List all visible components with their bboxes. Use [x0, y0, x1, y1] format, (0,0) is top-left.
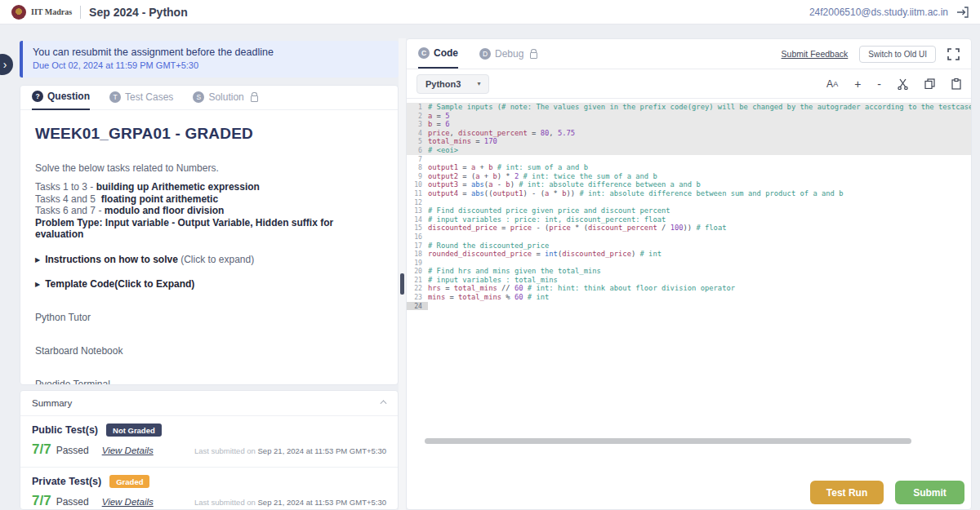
token: # int: twice the sum of a and b	[523, 172, 657, 180]
font-size-icon[interactable]: AA	[826, 78, 838, 90]
tab-solution[interactable]: SSolution	[193, 91, 257, 109]
line-text: discounted_price = price - (price * (dis…	[428, 224, 971, 233]
line-text: rounded_discounted_price = int(discounte…	[428, 250, 971, 259]
line-text	[428, 302, 971, 311]
token: output1	[428, 163, 458, 171]
tab-label: Debug	[495, 48, 523, 60]
score-value: 7/7	[32, 441, 51, 458]
expander-title: Instructions on how to solve	[45, 254, 178, 265]
task-bold: modulo and floor division	[105, 205, 225, 216]
code-editor[interactable]: 1# Sample inputs (# note: The values giv…	[407, 99, 971, 510]
token: =	[532, 250, 545, 258]
code-line: 13# Find discounted price given price an…	[407, 206, 971, 215]
summary-label-row: Public Test(s)Not Graded	[32, 424, 386, 437]
token: price	[428, 129, 449, 137]
token: discounted_price	[428, 224, 497, 232]
view-details-link[interactable]: View Details	[102, 446, 154, 455]
token: abs	[471, 189, 484, 197]
token: # Round the discounted_price	[428, 242, 549, 250]
sidebar-expand-button[interactable]: ›	[0, 54, 13, 75]
test-run-button[interactable]: Test Run	[810, 481, 884, 504]
horizontal-scrollbar[interactable]	[425, 438, 911, 444]
line-number: 10	[407, 180, 428, 189]
submit-feedback-link[interactable]: Submit Feedback	[782, 49, 849, 59]
brand-label: IIT Madras	[31, 7, 72, 16]
line-number: 8	[407, 163, 428, 172]
line-text	[428, 233, 971, 242]
zoom-out-icon[interactable]: -	[877, 78, 881, 91]
task-bold: floating point arithemetic	[101, 193, 218, 205]
code-line: 3b = 6	[407, 120, 971, 129]
code-line: 18rounded_discounted_price = int(discoun…	[407, 250, 971, 259]
iitm-logo-icon	[11, 5, 26, 20]
token: # int	[640, 250, 662, 258]
submit-button[interactable]: Submit	[895, 481, 964, 504]
task-line: Problem Type: Input variable - Output Va…	[35, 217, 383, 241]
token: 60	[514, 293, 523, 301]
token: ,	[549, 129, 558, 137]
last-submitted-date: Sep 21, 2024 at 11:53 PM GMT+5:30	[258, 498, 386, 507]
language-select[interactable]: Python3 ▾	[416, 74, 489, 94]
token: rounded_discounted_price	[428, 250, 532, 258]
token: # float	[696, 224, 726, 232]
code-line: 5total_mins = 170	[407, 137, 971, 146]
token: 6	[445, 120, 449, 128]
toolbar-icons: AA + -	[826, 78, 961, 91]
cut-icon[interactable]	[898, 78, 908, 90]
editor-toolbar: Python3 ▾ AA + -	[407, 69, 971, 99]
summary-row: Public Test(s)Not Graded7/7PassedView De…	[20, 416, 398, 467]
tab-test-cases[interactable]: TTest Cases	[109, 91, 173, 109]
task-plain: Tasks 1 to 3 -	[35, 181, 96, 193]
code-line: 24	[407, 302, 971, 311]
code-line: 17# Round the discounted_price	[407, 242, 971, 251]
token: +	[475, 163, 488, 171]
fullscreen-icon[interactable]	[947, 48, 960, 60]
link-starboard-notebook[interactable]: Starboard Notebook	[35, 345, 383, 357]
token: =	[432, 120, 445, 128]
resize-handle[interactable]	[400, 273, 404, 295]
line-text: # Find discounted price given price and …	[428, 206, 971, 215]
assignment-intro: Solve the below tasks related to Numbers…	[35, 162, 383, 174]
token: total_mins	[454, 284, 497, 292]
summary-score-row: 7/7PassedView DetailsLast submitted on S…	[32, 441, 386, 458]
paste-icon[interactable]	[951, 78, 961, 90]
zoom-in-icon[interactable]: +	[854, 78, 861, 91]
tab-code[interactable]: CCode	[418, 39, 458, 69]
switch-to-old-ui-button[interactable]: Switch to Old UI	[859, 46, 936, 63]
token: ,	[449, 129, 458, 137]
line-number: 13	[407, 206, 428, 215]
line-number: 17	[407, 242, 428, 251]
token: =	[441, 284, 454, 292]
line-number: 4	[407, 129, 428, 138]
token: # int: hint: think about floor division …	[528, 284, 735, 292]
view-details-link[interactable]: View Details	[102, 497, 154, 507]
expander-row[interactable]: ▶Instructions on how to solve (Click to …	[35, 254, 383, 265]
question-icon: ?	[32, 91, 43, 102]
line-text: price, discount_percent = 80, 5.75	[428, 129, 971, 138]
line-number: 2	[407, 112, 428, 121]
code-line: 19	[407, 259, 971, 268]
token: price	[510, 224, 532, 232]
passed-label: Passed	[56, 496, 89, 508]
token: =	[458, 180, 471, 188]
token: =	[497, 224, 510, 232]
expander-row[interactable]: ▶Template Code(Click to Expand)	[35, 278, 383, 290]
test-group-label: Private Test(s)	[32, 476, 101, 487]
copy-icon[interactable]	[924, 78, 935, 89]
line-text: # <eoi>	[428, 146, 971, 155]
token: ))	[567, 189, 580, 197]
code-line: 4price, discount_percent = 80, 5.75	[407, 129, 971, 138]
task-plain: Tasks 6 and 7 -	[35, 205, 105, 216]
line-text: # Find hrs and mins given the total_mins	[428, 267, 971, 276]
notice-title: You can resubmit the assignment before t…	[33, 47, 389, 58]
tab-debug[interactable]: DDebug	[479, 39, 537, 69]
collapse-chevron-icon[interactable]	[381, 400, 387, 406]
link-pyodide-terminal[interactable]: Pyodide Terminal	[35, 379, 383, 386]
link-python-tutor[interactable]: Python Tutor	[35, 312, 383, 323]
logout-icon[interactable]	[956, 7, 969, 18]
task-line: Tasks 1 to 3 - building up Arithemetic e…	[35, 181, 383, 193]
line-number: 1	[407, 103, 428, 112]
user-email: 24f2006510@ds.study.iitm.ac.in	[809, 7, 948, 18]
code-line: 11output4 = abs((output1) - (a * b)) # i…	[407, 189, 971, 198]
tab-question[interactable]: ?Question	[32, 91, 90, 110]
